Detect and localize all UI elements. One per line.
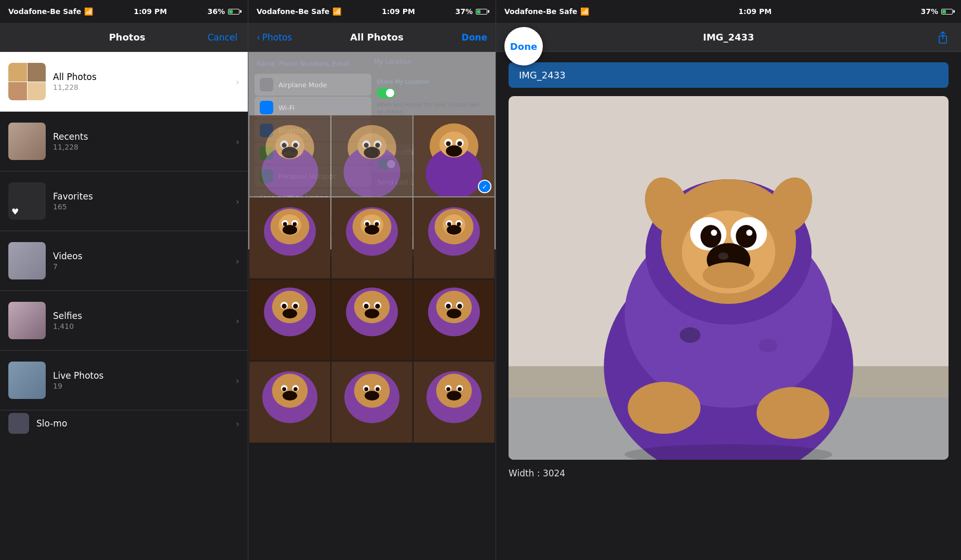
p1-battery-pct: 36% xyxy=(207,7,225,16)
grid-cell[interactable] xyxy=(249,362,330,443)
svg-point-115 xyxy=(711,230,717,236)
p2-nav: ‹ Photos All Photos Done xyxy=(248,23,496,52)
svg-point-16 xyxy=(375,143,380,148)
share-location-toggle[interactable] xyxy=(377,88,395,98)
recents-chevron: › xyxy=(236,136,239,147)
scooby-thumb xyxy=(249,115,330,196)
p2-carrier: Vodafone-Be Safe xyxy=(257,7,329,16)
p2-battery-pct: 37% xyxy=(455,7,473,16)
scooby-thumb xyxy=(331,197,412,278)
svg-point-100 xyxy=(458,387,462,391)
p2-back-label: Photos xyxy=(262,32,292,43)
p2-status-bar: Vodafone-Be Safe 📶 1:09 PM 37% xyxy=(248,0,496,23)
p2-battery-icon xyxy=(476,9,487,15)
p2-back-chevron: ‹ xyxy=(257,32,260,43)
p3-battery-fill xyxy=(942,10,946,14)
panel-all-photos: Vodafone-Be Safe 📶 1:09 PM 37% ‹ Photos … xyxy=(248,0,496,560)
svg-point-60 xyxy=(293,304,298,309)
list-item[interactable]: Videos 7 › xyxy=(0,231,248,291)
svg-point-68 xyxy=(375,304,380,309)
selfies-name: Selfies xyxy=(53,311,229,321)
svg-point-113 xyxy=(701,225,722,248)
svg-point-114 xyxy=(736,225,757,248)
p3-nav-title: IMG_2433 xyxy=(703,32,754,43)
p1-all-photos-chevron: › xyxy=(236,76,239,87)
svg-point-69 xyxy=(365,309,379,318)
grid-cell[interactable] xyxy=(331,362,412,443)
p2-photo-grid: ✓ xyxy=(248,114,496,444)
scooby-thumb xyxy=(413,362,495,443)
grid-cell[interactable] xyxy=(331,197,412,278)
svg-point-53 xyxy=(447,225,461,235)
p3-done-circle[interactable]: Done xyxy=(504,27,543,65)
svg-point-93 xyxy=(365,391,379,401)
svg-point-122 xyxy=(680,327,701,343)
svg-point-123 xyxy=(759,339,778,352)
p2-settings-col1: Name, Phone Numbers, Email xyxy=(257,58,370,70)
svg-point-26 xyxy=(446,145,462,157)
svg-point-64 xyxy=(354,291,390,323)
svg-point-99 xyxy=(446,387,450,391)
p3-image-container[interactable] xyxy=(509,96,949,460)
list-item[interactable]: Recents 11,228 › xyxy=(0,112,248,171)
svg-point-44 xyxy=(365,225,379,235)
p3-done-label: Done xyxy=(510,41,537,52)
svg-point-7 xyxy=(293,143,298,148)
p3-width-label: Width : 3024 xyxy=(509,468,565,478)
heart-icon: ♥ xyxy=(11,207,19,217)
p1-time: 1:09 PM xyxy=(134,7,167,16)
svg-point-83 xyxy=(282,387,286,391)
p2-done-button[interactable]: Done xyxy=(462,32,487,43)
grid-cell[interactable] xyxy=(249,279,330,361)
airplane-icon xyxy=(260,78,273,91)
grid-cell[interactable] xyxy=(413,197,495,278)
p3-share-button[interactable] xyxy=(937,31,949,44)
p1-cancel-button[interactable]: Cancel xyxy=(207,32,237,43)
slomo-chevron: › xyxy=(236,418,239,429)
svg-point-76 xyxy=(457,304,462,309)
svg-point-35 xyxy=(283,225,297,235)
grid-cell[interactable] xyxy=(331,279,412,361)
slomo-thumb xyxy=(8,413,29,434)
p1-carrier: Vodafone-Be Safe xyxy=(8,7,81,16)
list-item[interactable]: Live Photos 19 › xyxy=(0,351,248,410)
p1-all-photos-name: All Photos xyxy=(53,72,229,82)
list-item[interactable]: Slo-mo › xyxy=(0,410,248,436)
p1-status-bar: Vodafone-Be Safe 📶 1:09 PM 36% xyxy=(0,0,248,23)
p3-metadata: Width : 3024 xyxy=(509,468,949,478)
p2-back-button[interactable]: ‹ Photos xyxy=(257,32,292,43)
recents-count: 11,228 xyxy=(53,143,229,151)
svg-point-17 xyxy=(364,147,380,158)
livephotos-name: Live Photos xyxy=(53,370,229,381)
list-item[interactable]: ♥ Favorites 165 › xyxy=(0,171,248,231)
scooby-thumb xyxy=(331,279,412,361)
p1-nav: Photos Cancel xyxy=(0,23,248,52)
svg-point-56 xyxy=(272,291,308,323)
grid-cell[interactable] xyxy=(413,279,495,361)
grid-cell[interactable] xyxy=(249,115,330,196)
p1-all-photos-count: 11,228 xyxy=(53,83,229,91)
svg-point-67 xyxy=(364,304,368,309)
grid-cell-selected[interactable]: ✓ xyxy=(413,115,495,196)
p2-battery-fill xyxy=(477,10,480,14)
share-icon xyxy=(937,31,949,44)
p3-battery-pct: 37% xyxy=(920,7,938,16)
videos-thumb xyxy=(8,242,46,279)
scooby-thumb xyxy=(249,362,330,443)
svg-point-121 xyxy=(703,262,755,288)
svg-point-92 xyxy=(376,387,380,391)
p3-wifi-icon: 📶 xyxy=(580,7,589,16)
setting-val-wifi: Not Connected xyxy=(320,104,366,111)
p1-all-photos-row[interactable]: All Photos 11,228 › xyxy=(0,52,248,112)
p3-status-left: Vodafone-Be Safe 📶 xyxy=(504,7,589,16)
favorites-chevron: › xyxy=(236,196,239,207)
videos-info: Videos 7 xyxy=(53,251,229,271)
svg-point-116 xyxy=(746,230,753,236)
svg-point-77 xyxy=(447,309,461,318)
grid-cell[interactable] xyxy=(413,362,495,443)
svg-point-61 xyxy=(283,309,297,318)
grid-cell[interactable] xyxy=(249,197,330,278)
scooby-thumb xyxy=(249,197,330,278)
list-item[interactable]: Selfies 1,410 › xyxy=(0,291,248,351)
grid-cell[interactable] xyxy=(331,115,412,196)
